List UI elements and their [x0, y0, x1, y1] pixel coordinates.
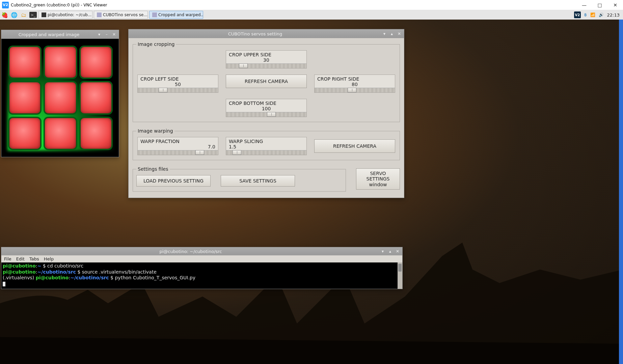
warp-fraction-slider[interactable]: WARP FRACTION 7.0: [137, 137, 218, 155]
menu-launcher-icon[interactable]: 🍓: [0, 10, 9, 20]
minimize-icon[interactable]: –: [104, 32, 109, 37]
terminal-menu: File Edit Tabs Help: [1, 255, 402, 262]
terminal-menu-tabs[interactable]: Tabs: [29, 256, 39, 261]
facelet: [9, 118, 40, 149]
remote-desktop: 🍓 🌐 🗂 >_ pi@cubotino: ~/cub... CUBOTino …: [0, 10, 623, 364]
maximize-button[interactable]: □: [592, 0, 607, 10]
preview-window: Cropped and warped image ▾ – ✕: [1, 30, 119, 157]
image-warping-legend: Image warping: [136, 128, 174, 134]
crop-right-label: CROP RIGHT SIDE: [315, 75, 395, 82]
slider-thumb[interactable]: [348, 88, 356, 92]
terminal-titlebar[interactable]: pi@cubotino: ~/cubotino/src ▾ ▴ ✕: [1, 247, 402, 255]
image-cropping-legend: Image cropping: [136, 41, 176, 47]
terminal-menu-file[interactable]: File: [4, 256, 11, 261]
filemanager-launcher-icon[interactable]: 🗂: [19, 10, 28, 20]
terminal-window-title: pi@cubotino: ~/cubotino/src: [3, 249, 378, 254]
terminal-body[interactable]: pi@cubotino:~ $ cd cubotino/src pi@cubot…: [1, 262, 402, 289]
terminal-scrollbar[interactable]: [398, 262, 402, 289]
vnc-app-icon: V2: [2, 2, 9, 8]
image-cropping-group: Image cropping CROP UPPER SIDE 30 CROP L…: [133, 41, 400, 122]
image-warping-group: Image warping WARP FRACTION 7.0 WARP SLI…: [133, 128, 400, 160]
crop-bottom-value: 100: [226, 106, 306, 112]
settings-window-title: CUBOTino servos setting: [131, 31, 380, 36]
taskbar-task-terminal[interactable]: pi@cubotino: ~/cub...: [38, 11, 92, 19]
vnc-tray-icon[interactable]: V2: [574, 11, 581, 18]
facelet: [45, 47, 76, 78]
crop-upper-label: CROP UPPER SIDE: [226, 51, 306, 57]
slider-thumb[interactable]: [159, 88, 167, 92]
warp-slicing-label: WARP SLICING: [226, 137, 306, 144]
facelet: [45, 82, 76, 113]
task-term-icon: [42, 12, 46, 17]
facelet: [45, 118, 76, 149]
terminal-window: pi@cubotino: ~/cubotino/src ▾ ▴ ✕ File E…: [1, 247, 403, 289]
crop-bottom-slider[interactable]: CROP BOTTOM SIDE 100: [226, 99, 307, 117]
close-icon[interactable]: ✕: [397, 31, 402, 36]
scrollbar-handle[interactable]: [398, 264, 402, 272]
crop-left-value: 50: [138, 82, 218, 88]
taskbar-task-cropped[interactable]: Cropped and warped...: [149, 11, 203, 19]
facelet: [9, 82, 40, 113]
crop-left-label: CROP LEFT SIDE: [138, 75, 218, 82]
slider-thumb[interactable]: [195, 150, 204, 155]
minimize-button[interactable]: —: [576, 0, 592, 10]
warp-fraction-label: WARP FRACTION: [138, 137, 218, 144]
maximize-icon[interactable]: ▴: [389, 31, 395, 36]
crop-upper-value: 30: [226, 57, 306, 63]
window-menu-button[interactable]: ▾: [97, 32, 102, 37]
task-win-icon: [97, 12, 102, 17]
pi-taskbar: 🍓 🌐 🗂 >_ pi@cubotino: ~/cub... CUBOTino …: [0, 10, 623, 20]
slider-track[interactable]: [315, 88, 395, 92]
desktop-right-edge: [619, 10, 623, 364]
warp-slicing-slider[interactable]: WARP SLICING 1.5: [226, 137, 307, 155]
system-tray: V2 ฿ 📶 🔊 22:13: [571, 11, 623, 18]
browser-launcher-icon[interactable]: 🌐: [9, 10, 19, 20]
load-previous-button[interactable]: LOAD PREVIOUS SETTING: [136, 175, 211, 187]
terminal-line: pi@cubotino:~ $ cd cubotino/src: [3, 263, 401, 269]
taskbar-task-servos[interactable]: CUBOTino servos se...: [94, 11, 148, 19]
settings-files-legend: Settings files: [136, 166, 170, 172]
settings-body: Image cropping CROP UPPER SIDE 30 CROP L…: [129, 38, 404, 198]
crop-upper-slider[interactable]: CROP UPPER SIDE 30: [226, 50, 307, 68]
slider-thumb[interactable]: [267, 112, 276, 117]
window-menu-button[interactable]: ▾: [380, 249, 385, 254]
terminal-menu-help[interactable]: Help: [44, 256, 54, 261]
close-icon[interactable]: ✕: [111, 32, 117, 37]
slider-thumb[interactable]: [233, 150, 241, 155]
refresh-camera-button[interactable]: REFRESH CAMERA: [226, 75, 307, 88]
slider-track[interactable]: [226, 112, 306, 117]
volume-icon[interactable]: 🔊: [599, 12, 604, 17]
refresh-camera-button-2[interactable]: REFRESH CAMERA: [314, 139, 395, 153]
settings-titlebar[interactable]: CUBOTino servos setting ▾ ▴ ✕: [129, 29, 404, 38]
slider-thumb[interactable]: [239, 63, 248, 68]
terminal-menu-edit[interactable]: Edit: [16, 256, 25, 261]
crop-right-value: 80: [315, 82, 395, 88]
facelet: [81, 47, 111, 78]
facelet: [9, 47, 40, 78]
task-label: pi@cubotino: ~/cub...: [48, 12, 91, 17]
slider-track[interactable]: [138, 88, 218, 92]
close-icon[interactable]: ✕: [395, 249, 400, 254]
settings-window: CUBOTino servos setting ▾ ▴ ✕ Image crop…: [128, 29, 404, 198]
vnc-window-title: Cubotino2_green (cubotino:0 (pi)) - VNC …: [11, 3, 576, 7]
task-label: CUBOTino servos se...: [103, 12, 147, 17]
bluetooth-icon[interactable]: ฿: [584, 12, 587, 17]
crop-left-slider[interactable]: CROP LEFT SIDE 50: [137, 75, 218, 93]
terminal-launcher-icon[interactable]: >_: [28, 10, 38, 20]
wifi-icon[interactable]: 📶: [590, 12, 595, 17]
close-button[interactable]: ✕: [607, 0, 623, 10]
slider-track[interactable]: [226, 150, 306, 155]
clock[interactable]: 22:13: [607, 12, 620, 18]
preview-titlebar[interactable]: Cropped and warped image ▾ – ✕: [1, 30, 119, 39]
crop-right-slider[interactable]: CROP RIGHT SIDE 80: [314, 75, 395, 93]
preview-body: [1, 39, 119, 157]
maximize-icon[interactable]: ▴: [387, 249, 393, 254]
vnc-viewer-titlebar: V2 Cubotino2_green (cubotino:0 (pi)) - V…: [0, 0, 623, 10]
save-settings-button[interactable]: SAVE SETTINGS: [221, 175, 295, 187]
window-menu-button[interactable]: ▾: [382, 31, 387, 36]
cursor-icon: [3, 282, 5, 286]
slider-track[interactable]: [138, 150, 218, 155]
cube-face-image: [3, 41, 117, 155]
slider-track[interactable]: [226, 63, 306, 68]
servo-settings-window-button[interactable]: SERVO SETTINGS window: [356, 168, 400, 189]
